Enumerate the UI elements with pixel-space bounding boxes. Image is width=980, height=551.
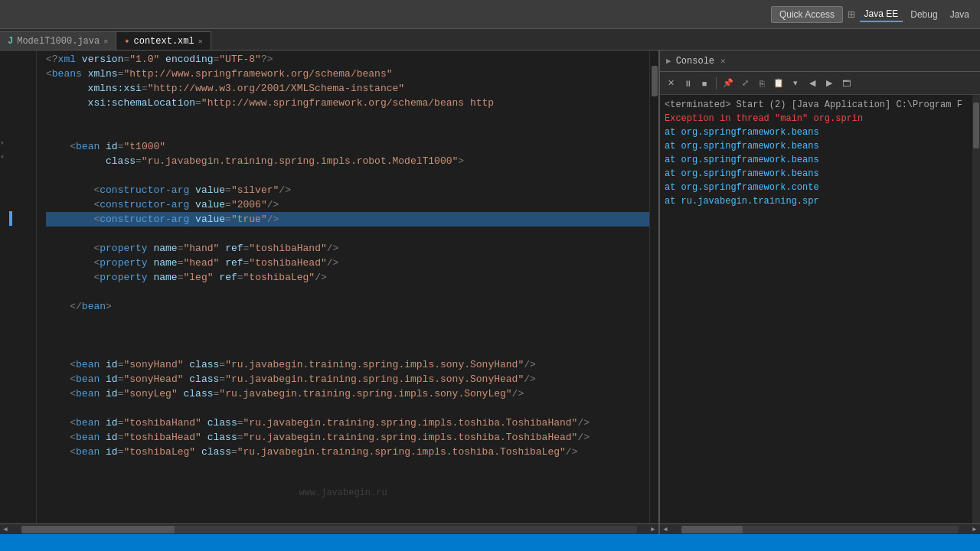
code-line: <bean id="toshibaHand" class="ru.javabeg… (46, 416, 649, 430)
scroll-right-arrow[interactable]: ▶ (648, 524, 658, 535)
h-scroll-track[interactable] (21, 526, 637, 533)
editor-scrollbar[interactable] (649, 51, 658, 523)
tab-model-close[interactable]: ✕ (103, 37, 108, 46)
tab-context[interactable]: ✦ context.xml ✕ (116, 31, 211, 50)
console-scroll-right[interactable]: ▶ (969, 524, 980, 535)
console-h-track[interactable] (681, 526, 959, 533)
code-line: <beans xmlns="http://www.springframework… (46, 67, 649, 81)
code-line: <bean id="sonyHand" class="ru.javabegin.… (46, 357, 649, 372)
code-line (46, 314, 649, 328)
perspective-java[interactable]: Java (946, 7, 974, 22)
code-line (46, 343, 649, 357)
expand-console-button[interactable]: ⤢ (737, 76, 753, 91)
code-line: <property name="hand" ref="toshibaHand"/… (46, 241, 649, 256)
code-line: <bean id="toshibaLeg" class="ru.javabegi… (46, 445, 649, 459)
code-line: <property name="head" ref="toshibaHead"/… (46, 256, 649, 270)
code-line (46, 401, 649, 416)
console-h-scrollbar[interactable]: ◀ ▶ (660, 523, 980, 534)
perspectives-bar: Java EE Debug Java (860, 7, 974, 22)
code-line: <?xml version="1.0" encoding="UTF-8"?> (46, 52, 649, 67)
code-area[interactable]: <?xml version="1.0" encoding="UTF-8"?> <… (37, 51, 649, 523)
console-scrollbar[interactable] (972, 95, 980, 523)
console-scroll-left[interactable]: ◀ (660, 524, 671, 535)
code-line (46, 110, 649, 125)
perspective-javaee[interactable]: Java EE (860, 7, 903, 22)
paste-button[interactable]: 📋 (771, 76, 786, 91)
watermark: www.javabegin.ru (299, 486, 387, 500)
collapse-marker-bean[interactable]: ▾ (0, 152, 5, 161)
console-toolbar: ✕ ⏸ ■ 📌 ⤢ ⎘ 📋 ▾ ◀ ▶ 🗔 (660, 72, 980, 95)
stack-line-4: at org.springframework.beans (665, 167, 975, 181)
stack-line-3: at org.springframework.beans (665, 153, 975, 167)
bottom-bar (0, 534, 980, 551)
tab-context-label: context.xml (134, 36, 194, 47)
code-line: <constructor-arg value="2006"/> (46, 197, 649, 212)
next-button[interactable]: ▶ (822, 76, 837, 91)
scroll-left-arrow[interactable]: ◀ (0, 524, 11, 535)
code-line (46, 328, 649, 343)
console-close-icon[interactable]: ✕ (720, 56, 726, 66)
code-line: <property name="leg" ref="toshibaLeg"/> (46, 270, 649, 285)
terminate-button[interactable]: ■ (697, 76, 712, 91)
h-scroll-thumb (21, 526, 175, 533)
editor-pane: ▾ ▾ (0, 51, 658, 534)
line-numbers (9, 51, 37, 523)
code-line: <bean id="t1000" (46, 139, 649, 154)
code-line: <bean id="sonyHead" class="ru.javabegin.… (46, 372, 649, 386)
code-line: <bean id="toshibaHead" class="ru.javabeg… (46, 430, 649, 445)
code-line (46, 168, 649, 183)
tab-context-close[interactable]: ✕ (198, 37, 203, 46)
code-line (46, 227, 649, 241)
console-icon: ▶ (666, 56, 671, 66)
current-line-marker (9, 211, 12, 226)
editor-scrollbar-thumb (652, 66, 658, 96)
console-pane: ▶ Console ✕ ✕ ⏸ ■ 📌 ⤢ ⎘ 📋 ▾ ◀ ▶ 🗔 <termi… (658, 51, 980, 534)
separator-icon: ⊞ (848, 7, 855, 22)
stack-line-2: at org.springframework.beans (665, 139, 975, 153)
scroll-lock-button[interactable]: ⏸ (680, 76, 695, 91)
code-line (46, 125, 649, 139)
console-content: <terminated> Start (2) [Java Application… (660, 95, 980, 523)
code-line: <constructor-arg value="silver"/> (46, 183, 649, 197)
java-file-icon: J (8, 36, 13, 47)
tab-bar: J ModelT1000.java ✕ ✦ context.xml ✕ (0, 29, 980, 51)
perspective-debug[interactable]: Debug (906, 7, 942, 22)
stack-line-5: at org.springframework.conte (665, 181, 975, 194)
code-line (46, 285, 649, 299)
editor-left-strip: ▾ ▾ (0, 51, 9, 523)
open-console-button[interactable]: 🗔 (838, 76, 854, 91)
main-content: ▾ ▾ (0, 51, 980, 534)
code-line: xmlns:xsi="http://www.w3.org/2001/XMLSch… (46, 81, 649, 96)
console-header: ▶ Console ✕ (660, 51, 980, 72)
code-line-selected: <constructor-arg value="true"/> (46, 212, 649, 227)
collapse-marker-beans[interactable]: ▾ (0, 139, 5, 148)
console-terminated-line: <terminated> Start (2) [Java Application… (665, 98, 975, 112)
stack-line-6: at ru.javabegin.training.spr (665, 194, 975, 208)
console-scrollbar-thumb (973, 103, 979, 148)
code-line: class="ru.javabegin.training.spring.impl… (46, 154, 649, 168)
editor-h-scrollbar[interactable]: ◀ ▶ (0, 523, 658, 534)
copy-button[interactable]: ⎘ (754, 76, 769, 91)
view-menu-button[interactable]: ▾ (788, 76, 803, 91)
tab-model-label: ModelT1000.java (17, 36, 100, 47)
console-title: Console (676, 56, 714, 67)
editor-content: ▾ ▾ (0, 51, 658, 523)
stack-line-1: at org.springframework.beans (665, 126, 975, 139)
tab-model[interactable]: J ModelT1000.java ✕ (0, 31, 116, 50)
console-stack-trace: at org.springframework.beans at org.spri… (665, 126, 975, 208)
top-bar: Quick Access ⊞ Java EE Debug Java (0, 0, 980, 29)
pin-console-button[interactable]: 📌 (720, 76, 736, 91)
prev-button[interactable]: ◀ (805, 76, 820, 91)
toolbar-separator (716, 77, 717, 90)
code-line: </bean> (46, 299, 649, 314)
quick-access-button[interactable]: Quick Access (771, 6, 843, 23)
code-line: <bean id="sonyLeg" class="ru.javabegin.t… (46, 386, 649, 401)
console-h-thumb (681, 526, 743, 533)
clear-console-button[interactable]: ✕ (663, 76, 678, 91)
xml-file-icon: ✦ (124, 35, 129, 47)
code-line: xsi:schemaLocation="http://www.springfra… (46, 96, 649, 110)
console-error-line: Exception in thread "main" org.sprin (665, 112, 975, 126)
